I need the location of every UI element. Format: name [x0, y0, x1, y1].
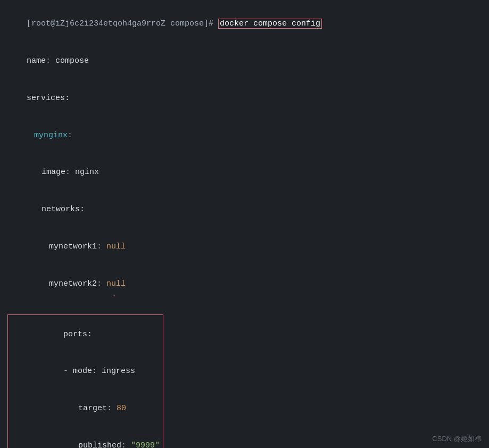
mynetwork2-value: null	[106, 279, 126, 288]
target-line: target: 80	[10, 390, 160, 427]
mynetwork1-value: null	[106, 242, 126, 251]
image-key: image	[42, 168, 65, 177]
name-value: compose	[55, 56, 89, 65]
mynetwork1-line: mynetwork1: null	[7, 228, 482, 266]
cmd1-space	[213, 19, 218, 28]
published-key: published	[78, 441, 121, 448]
command-1: docker compose config	[218, 19, 322, 29]
command-line-1: [root@iZj6c2i234etqoh4ga9rroZ compose]# …	[7, 5, 482, 43]
ports-key: ports:	[63, 330, 92, 339]
mynginx-line: mynginx:	[7, 117, 482, 154]
name-key: name	[27, 56, 46, 65]
mynetwork1-key: mynetwork1	[49, 242, 97, 251]
ports-block: ports: - mode: ingress target: 80 publis…	[7, 314, 163, 448]
networks-inner-line: networks:	[7, 191, 482, 228]
mynginx-key: mynginx	[34, 131, 68, 140]
image-line: image: nginx	[7, 154, 482, 191]
published-line: published: "9999"	[10, 427, 160, 449]
ports-border: ports: - mode: ingress target: 80 publis…	[7, 314, 163, 448]
watermark: CSDN @姬如祎	[432, 434, 482, 444]
mode-key: mode	[73, 367, 92, 376]
image-value: nginx	[75, 168, 99, 177]
mode-value: ingress	[102, 367, 135, 376]
prompt-1: [root@iZj6c2i234etqoh4ga9rroZ compose]#	[27, 19, 213, 28]
services-line: services:	[7, 80, 482, 117]
services-key: services:	[27, 94, 70, 103]
terminal: [root@iZj6c2i234etqoh4ga9rroZ compose]# …	[0, 0, 489, 448]
name-line: name: compose	[7, 43, 482, 80]
ports-label-line: ports:	[10, 316, 160, 353]
red-dot: ·	[112, 292, 117, 301]
target-value: 80	[117, 404, 126, 413]
target-key: target	[78, 404, 107, 413]
mynetwork2-line: mynetwork2: null ·	[7, 265, 482, 314]
mode-line: - mode: ingress	[10, 353, 160, 390]
mynetwork2-key: mynetwork2	[49, 279, 97, 288]
networks-inner-key: networks:	[42, 205, 85, 214]
published-value: "9999"	[131, 441, 160, 448]
